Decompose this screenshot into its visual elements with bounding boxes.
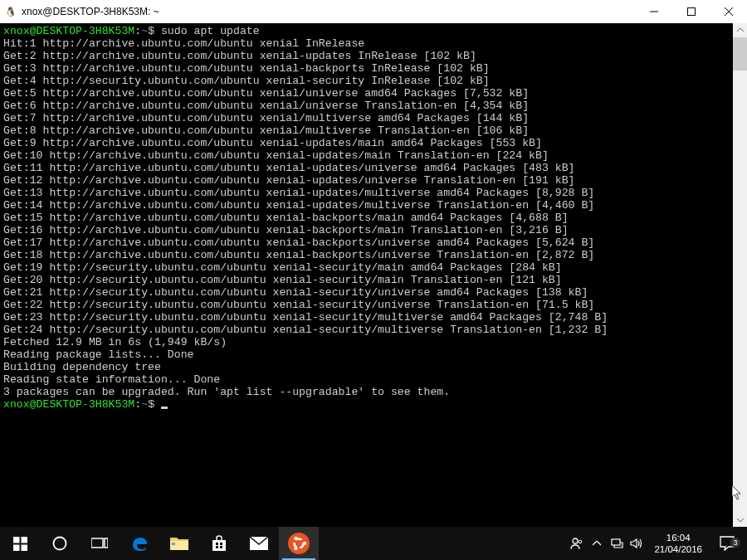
command-line: xnox@DESKTOP-3H8K53M:~$ sudo apt update	[3, 25, 730, 37]
svg-rect-10	[220, 543, 222, 545]
task-view-icon	[91, 537, 108, 550]
svg-rect-1	[13, 537, 20, 543]
output-line: Reading state information... Done	[3, 373, 730, 386]
svg-rect-6	[91, 538, 103, 548]
output-line: Get:16 http://archive.ubuntu.com/ubuntu …	[3, 224, 730, 236]
window-controls	[635, 0, 747, 23]
date-text: 21/04/2016	[654, 543, 702, 555]
output-line: Get:20 http://security.ubuntu.com/ubuntu…	[3, 274, 730, 286]
chevron-down-icon	[737, 518, 744, 522]
output-line: Building dependency tree	[3, 361, 730, 373]
tray-chevron-up-icon[interactable]	[588, 527, 606, 560]
prompt-dollar: $	[148, 25, 154, 37]
output-line: Get:6 http://archive.ubuntu.com/ubuntu x…	[3, 100, 730, 112]
output-line: Get:19 http://security.ubuntu.com/ubuntu…	[3, 261, 730, 274]
svg-rect-12	[220, 546, 222, 548]
svg-rect-21	[612, 539, 620, 545]
svg-rect-7	[105, 538, 108, 548]
mail-button[interactable]	[239, 527, 279, 560]
output-line: Get:13 http://archive.ubuntu.com/ubuntu …	[3, 187, 730, 199]
output-line: Get:21 http://security.ubuntu.com/ubuntu…	[3, 286, 730, 299]
output-line: Get:14 http://archive.ubuntu.com/ubuntu …	[3, 199, 730, 212]
scrollbar-thumb[interactable]	[733, 37, 747, 71]
svg-rect-9	[216, 543, 218, 545]
clock[interactable]: 16:04 21/04/2016	[647, 532, 709, 555]
prompt-user-host: xnox@DESKTOP-3H8K53M	[3, 25, 134, 37]
prompt-separator: :	[134, 25, 141, 37]
store-button[interactable]	[199, 527, 239, 560]
svg-rect-4	[21, 544, 27, 551]
output-line: Get:22 http://security.ubuntu.com/ubuntu…	[3, 299, 730, 311]
ubuntu-icon	[288, 533, 310, 554]
scroll-down-button[interactable]	[733, 513, 747, 527]
notification-badge: 3	[730, 538, 740, 548]
output-line: Get:3 http://archive.ubuntu.com/ubuntu x…	[3, 62, 730, 75]
maximize-button[interactable]	[672, 0, 710, 23]
output-line: Get:7 http://archive.ubuntu.com/ubuntu x…	[3, 112, 730, 124]
scroll-up-button[interactable]	[733, 23, 747, 37]
svg-rect-0	[687, 8, 695, 16]
store-icon	[211, 535, 227, 552]
action-center-button[interactable]: 3	[710, 536, 744, 551]
title-bar: 🐧 xnox@DESKTOP-3H8K53M: ~	[0, 0, 747, 23]
svg-point-5	[54, 538, 66, 550]
svg-rect-11	[216, 546, 218, 548]
output-line: Get:18 http://archive.ubuntu.com/ubuntu …	[3, 249, 730, 261]
scrollbar[interactable]	[733, 23, 747, 527]
command-text: sudo apt update	[154, 25, 260, 37]
title-bar-left: 🐧 xnox@DESKTOP-3H8K53M: ~	[5, 6, 159, 17]
system-tray: 16:04 21/04/2016 3	[568, 527, 747, 560]
minimize-icon	[650, 7, 658, 16]
output-line: Get:12 http://archive.ubuntu.com/ubuntu …	[3, 174, 730, 187]
output-line: Get:9 http://archive.ubuntu.com/ubuntu x…	[3, 137, 730, 149]
mail-icon	[250, 537, 268, 550]
output-line: Get:23 http://security.ubuntu.com/ubuntu…	[3, 311, 730, 324]
output-line: 3 packages can be upgraded. Run 'apt lis…	[3, 386, 730, 398]
svg-rect-3	[13, 544, 20, 551]
prompt-dollar: $	[148, 398, 154, 411]
cursor	[161, 407, 168, 409]
terminal-container: xnox@DESKTOP-3H8K53M:~$ sudo apt updateH…	[0, 23, 747, 527]
edge-icon	[130, 534, 149, 553]
time-text: 16:04	[654, 532, 702, 543]
terminal-icon: 🐧	[5, 6, 17, 17]
minimize-button[interactable]	[635, 0, 672, 23]
volume-icon[interactable]	[627, 527, 646, 560]
cortana-button[interactable]	[40, 527, 80, 560]
ubuntu-terminal-button[interactable]	[279, 527, 319, 560]
output-line: Get:4 http://security.ubuntu.com/ubuntu …	[3, 75, 730, 87]
window-title: xnox@DESKTOP-3H8K53M: ~	[22, 6, 159, 17]
prompt-separator: :	[134, 398, 141, 411]
output-line: Get:8 http://archive.ubuntu.com/ubuntu x…	[3, 124, 730, 137]
task-view-button[interactable]	[80, 527, 120, 560]
edge-button[interactable]	[120, 527, 159, 560]
output-line: Get:5 http://archive.ubuntu.com/ubuntu x…	[3, 87, 730, 100]
output-line: Reading package lists... Done	[3, 348, 730, 361]
file-explorer-button[interactable]	[159, 527, 199, 560]
output-line: Get:11 http://archive.ubuntu.com/ubuntu …	[3, 162, 730, 174]
windows-icon	[13, 537, 27, 551]
terminal[interactable]: xnox@DESKTOP-3H8K53M:~$ sudo apt updateH…	[0, 23, 733, 527]
svg-point-19	[573, 538, 578, 543]
output-line: Get:24 http://security.ubuntu.com/ubuntu…	[3, 324, 730, 336]
svg-rect-8	[172, 543, 175, 545]
start-button[interactable]	[0, 527, 40, 560]
output-line: Fetched 12.9 MB in 6s (1,949 kB/s)	[3, 336, 730, 348]
chevron-up-icon	[737, 28, 744, 32]
taskbar-left	[0, 527, 319, 560]
prompt-path: ~	[141, 25, 148, 37]
close-button[interactable]	[710, 0, 747, 23]
network-icon[interactable]	[608, 527, 626, 560]
close-icon	[725, 7, 733, 16]
folder-icon	[170, 536, 188, 551]
people-icon[interactable]	[568, 527, 586, 560]
command-line: xnox@DESKTOP-3H8K53M:~$	[3, 398, 730, 411]
prompt-user-host: xnox@DESKTOP-3H8K53M	[3, 398, 134, 411]
output-line: Get:2 http://archive.ubuntu.com/ubuntu x…	[3, 50, 730, 62]
prompt-path: ~	[141, 398, 148, 411]
svg-point-20	[579, 540, 583, 543]
taskbar: 16:04 21/04/2016 3	[0, 527, 747, 560]
output-line: Hit:1 http://archive.ubuntu.com/ubuntu x…	[3, 37, 730, 50]
cortana-icon	[52, 536, 67, 551]
output-line: Get:10 http://archive.ubuntu.com/ubuntu …	[3, 149, 730, 162]
